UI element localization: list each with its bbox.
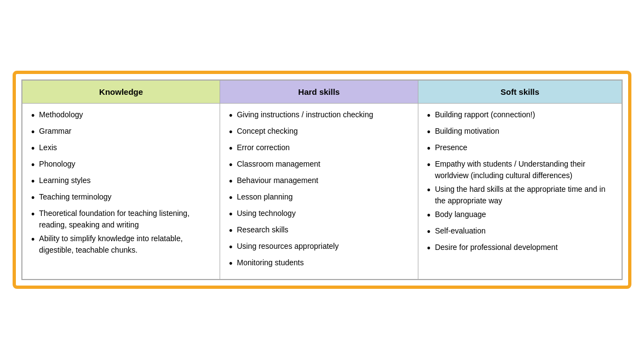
list-item: Desire for professional development bbox=[427, 242, 613, 256]
list-item: Research skills bbox=[229, 224, 409, 238]
hard-skills-cell: Giving instructions / instruction checki… bbox=[220, 103, 418, 280]
list-item: Concept checking bbox=[229, 126, 409, 140]
hard-skills-list: Giving instructions / instruction checki… bbox=[229, 109, 409, 271]
soft-skills-list: Building rapport (connection!)Building m… bbox=[427, 109, 613, 256]
list-item: Giving instructions / instruction checki… bbox=[229, 109, 409, 123]
list-item: Monitoring students bbox=[229, 257, 409, 271]
list-item: Building rapport (connection!) bbox=[427, 109, 613, 123]
list-item: Presence bbox=[427, 142, 613, 156]
list-item: Grammar bbox=[31, 126, 211, 140]
table-container: Knowledge Hard skills Soft skills Method… bbox=[13, 71, 631, 289]
list-item: Error correction bbox=[229, 142, 409, 156]
knowledge-cell: MethodologyGrammarLexisPhonologyLearning… bbox=[22, 103, 220, 280]
list-item: Self-evaluation bbox=[427, 225, 613, 240]
list-item: Using resources appropriately bbox=[229, 241, 409, 255]
skills-table: Knowledge Hard skills Soft skills Method… bbox=[21, 79, 623, 280]
list-item: Body language bbox=[427, 209, 613, 223]
list-item: Phonology bbox=[31, 158, 211, 173]
knowledge-list: MethodologyGrammarLexisPhonologyLearning… bbox=[31, 109, 211, 256]
list-item: Behaviour management bbox=[229, 175, 409, 189]
list-item: Using the hard skills at the appropriate… bbox=[427, 184, 613, 207]
knowledge-header: Knowledge bbox=[22, 80, 220, 104]
list-item: Lexis bbox=[31, 142, 211, 156]
list-item: Building motivation bbox=[427, 126, 613, 140]
list-item: Ability to simplify knowledge into relat… bbox=[31, 233, 211, 256]
hard-skills-header: Hard skills bbox=[220, 80, 418, 104]
soft-skills-cell: Building rapport (connection!)Building m… bbox=[418, 103, 622, 280]
list-item: Using technology bbox=[229, 208, 409, 222]
list-item: Learning styles bbox=[31, 175, 211, 189]
soft-skills-header: Soft skills bbox=[418, 80, 622, 104]
list-item: Teaching terminology bbox=[31, 191, 211, 206]
list-item: Lesson planning bbox=[229, 191, 409, 206]
list-item: Theoretical foundation for teaching list… bbox=[31, 208, 211, 231]
list-item: Empathy with students / Understanding th… bbox=[427, 158, 613, 181]
list-item: Methodology bbox=[31, 109, 211, 123]
list-item: Classroom management bbox=[229, 158, 409, 173]
